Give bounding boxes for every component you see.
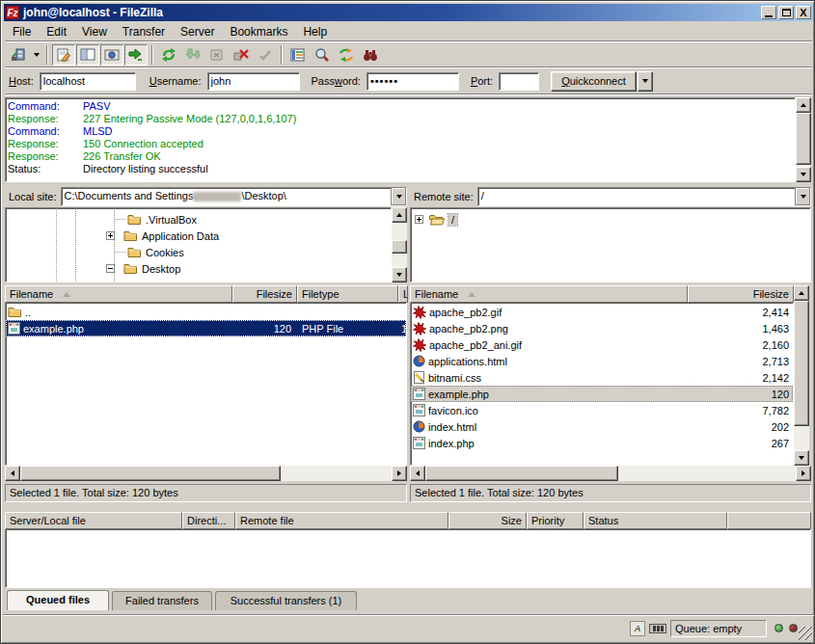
tree-item-cookies[interactable]: Cookies xyxy=(110,244,184,260)
menu-bookmarks[interactable]: Bookmarks xyxy=(222,23,295,40)
remote-site-dropdown-button[interactable] xyxy=(795,188,810,205)
log-scrollbar[interactable] xyxy=(796,97,811,182)
menu-help[interactable]: Help xyxy=(295,23,335,40)
remote-file-row[interactable]: apache_pb2.gif 2,414 xyxy=(411,304,793,320)
title-bar[interactable]: Fz john@localhost - FileZilla X xyxy=(4,4,813,21)
expand-icon[interactable] xyxy=(415,215,423,224)
local-column-filename[interactable]: Filename xyxy=(5,285,232,303)
scroll-track[interactable] xyxy=(281,466,392,481)
queue-column-size[interactable]: Size xyxy=(448,512,527,529)
tree-item-root[interactable]: / xyxy=(415,211,457,228)
scroll-up-button[interactable] xyxy=(794,285,809,301)
queue-column-direction[interactable]: Directi... xyxy=(182,512,235,529)
scroll-down-button[interactable] xyxy=(796,167,811,182)
local-column-lastmodified[interactable]: L xyxy=(398,285,408,303)
local-file-row-parent[interactable]: .. xyxy=(6,304,406,320)
menu-transfer[interactable]: Transfer xyxy=(115,23,173,40)
queue-column-server-local-file[interactable]: Server/Local file xyxy=(5,512,182,529)
synchronized-browsing-button[interactable] xyxy=(335,44,358,66)
menu-view[interactable]: View xyxy=(74,23,115,40)
port-input[interactable] xyxy=(499,72,539,91)
local-column-filetype[interactable]: Filetype xyxy=(297,285,398,303)
remote-site-combo[interactable]: / xyxy=(477,187,811,206)
scroll-track[interactable] xyxy=(618,466,796,481)
find-files-button[interactable] xyxy=(359,44,382,66)
remote-file-row[interactable]: index.html 202 xyxy=(411,418,793,435)
remote-file-row-selected[interactable]: example.php 120 xyxy=(411,386,793,402)
expand-icon[interactable] xyxy=(106,231,115,240)
remote-list-hscrollbar[interactable] xyxy=(410,466,811,481)
refresh-button[interactable] xyxy=(157,44,180,66)
remote-file-row[interactable]: index.php 267 xyxy=(411,435,793,451)
local-column-filesize[interactable]: Filesize xyxy=(232,285,297,303)
host-input[interactable] xyxy=(40,72,136,91)
remote-list-scrollbar[interactable] xyxy=(794,285,809,466)
tab-queued-files[interactable]: Queued files xyxy=(7,590,109,610)
scroll-thumb[interactable] xyxy=(20,466,281,481)
scroll-right-button[interactable] xyxy=(392,466,407,481)
tab-successful-transfers[interactable]: Successful transfers (1) xyxy=(215,591,357,610)
local-file-row-example-php[interactable]: example.php 120 PHP File 1 xyxy=(6,320,406,336)
toggle-message-log-button[interactable] xyxy=(52,44,75,66)
scroll-left-button[interactable] xyxy=(410,466,425,481)
tree-item-desktop[interactable]: Desktop xyxy=(106,260,180,277)
scroll-thumb[interactable] xyxy=(392,240,407,254)
menu-edit[interactable]: Edit xyxy=(39,23,74,40)
remote-directory-tree[interactable]: / xyxy=(410,207,811,282)
remote-file-row[interactable]: favicon.ico 7,782 xyxy=(411,402,793,418)
tree-item-virtualbox[interactable]: .VirtualBox xyxy=(110,211,197,228)
local-file-list[interactable]: .. example.php 120 PHP File 1 xyxy=(5,303,407,466)
password-input[interactable] xyxy=(367,72,459,91)
toggle-local-remote-panes-button[interactable] xyxy=(124,44,148,66)
reconnect-button[interactable] xyxy=(254,44,277,66)
username-input[interactable] xyxy=(207,72,300,91)
queue-column-priority[interactable]: Priority xyxy=(527,512,584,529)
scroll-thumb[interactable] xyxy=(794,301,809,426)
remote-file-row[interactable]: applications.html 2,713 xyxy=(411,353,793,369)
toggle-directory-trees-button[interactable] xyxy=(76,44,99,66)
close-button[interactable]: X xyxy=(796,6,811,19)
tree-item-application-data[interactable]: Application Data xyxy=(106,228,219,244)
speed-limit-icon[interactable] xyxy=(649,624,666,633)
process-queue-button[interactable] xyxy=(181,44,204,66)
scroll-up-button[interactable] xyxy=(796,97,811,113)
transfer-type-indicator-icon[interactable]: A xyxy=(630,621,645,636)
disconnect-button[interactable] xyxy=(230,44,253,66)
remote-file-list[interactable]: apache_pb2.gif 2,414 apache_pb2.png 1,46… xyxy=(410,303,794,466)
remote-column-filename[interactable]: Filename xyxy=(410,285,688,303)
directory-listing-filters-button[interactable] xyxy=(286,44,310,66)
scroll-down-button[interactable] xyxy=(794,450,809,466)
scroll-down-button[interactable] xyxy=(392,267,407,282)
queue-list[interactable] xyxy=(5,529,811,588)
local-directory-tree[interactable]: .VirtualBox Application Data Cookies Des… xyxy=(5,207,392,282)
site-manager-dropdown-button[interactable] xyxy=(31,44,42,66)
remote-file-row[interactable]: bitnami.css 2,142 xyxy=(411,369,793,386)
remote-column-filesize[interactable]: Filesize xyxy=(688,285,794,303)
minimize-button[interactable] xyxy=(761,6,776,19)
site-manager-button[interactable] xyxy=(7,44,30,66)
directory-comparison-button[interactable] xyxy=(311,44,334,66)
local-list-hscrollbar[interactable] xyxy=(5,466,407,481)
local-tree-scrollbar[interactable] xyxy=(392,207,407,282)
quickconnect-dropdown-button[interactable] xyxy=(638,71,653,92)
scroll-thumb[interactable] xyxy=(796,113,811,165)
scroll-left-button[interactable] xyxy=(5,466,20,481)
resize-grip[interactable] xyxy=(799,627,812,640)
remote-file-row[interactable]: apache_pb2.png 1,463 xyxy=(411,320,793,336)
local-site-combo[interactable]: C:\Documents and Settings\Desktop\ xyxy=(61,187,407,206)
collapse-icon[interactable] xyxy=(106,264,115,273)
scroll-up-button[interactable] xyxy=(392,207,407,223)
scroll-right-button[interactable] xyxy=(796,466,811,481)
scroll-thumb[interactable] xyxy=(425,466,618,481)
menu-file[interactable]: File xyxy=(5,23,39,40)
maximize-button[interactable] xyxy=(778,6,794,19)
toggle-transfer-queue-button[interactable] xyxy=(100,44,123,66)
cancel-operation-button[interactable] xyxy=(205,44,229,66)
tab-failed-transfers[interactable]: Failed transfers xyxy=(112,591,212,610)
local-site-dropdown-button[interactable] xyxy=(391,188,406,205)
remote-file-row[interactable]: apache_pb2_ani.gif 2,160 xyxy=(411,336,793,353)
queue-column-remote-file[interactable]: Remote file xyxy=(235,512,448,529)
menu-server[interactable]: Server xyxy=(173,23,222,40)
queue-column-status[interactable]: Status xyxy=(584,512,727,529)
quickconnect-button[interactable]: Quickconnect xyxy=(551,71,637,92)
